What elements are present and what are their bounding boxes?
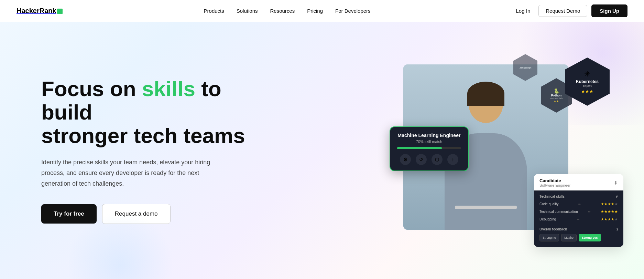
- python-stars: ★★: [554, 100, 559, 103]
- ml-progress-bar: [397, 147, 461, 149]
- skills-expand-icon: ∨: [615, 195, 618, 198]
- ml-progress-fill: [397, 147, 442, 149]
- skill-row-tech-comm: Technical communication ✏ ★★★★★: [539, 209, 618, 214]
- hero-buttons: Try for free Request a demo: [41, 204, 254, 224]
- skill-stars-debugging: ★★★★★: [601, 217, 618, 221]
- ml-card-match: 70% skill match: [397, 140, 461, 144]
- skill-stars-tech-comm: ★★★★★: [601, 209, 618, 214]
- skill-row-code-quality: Code quality ✏ ★★★★★: [539, 202, 618, 206]
- logo-icon: [57, 9, 63, 14]
- ml-icon-4: ↑: [447, 154, 458, 165]
- hero-title-highlight: skills: [142, 77, 195, 101]
- download-icon[interactable]: ⬇: [614, 180, 618, 186]
- ml-icon-3: ⬡: [432, 154, 443, 165]
- python-icon: 🐍: [554, 88, 559, 94]
- nav-for-developers[interactable]: For Developers: [335, 8, 371, 14]
- python-name: Python: [551, 94, 562, 97]
- kubernetes-name: Kubernetes: [576, 79, 599, 84]
- request-demo-hero-button[interactable]: Request a demo: [102, 204, 171, 224]
- feedback-title: Overall feedback ℹ: [539, 227, 618, 231]
- nav-links: Products Solutions Resources Pricing For…: [204, 8, 371, 14]
- skill-edit-icon-1: ✏: [578, 203, 581, 206]
- hero-right: Javascript 🐍 Python Intermediate ★★ ✳ Ku…: [390, 51, 616, 250]
- feedback-section: Overall feedback ℹ Strong no Maybe Stron…: [539, 225, 618, 243]
- signup-button[interactable]: Sign Up: [591, 4, 627, 17]
- login-button[interactable]: Log In: [512, 5, 535, 17]
- kubernetes-stars: ★★★: [576, 89, 599, 94]
- skill-row-debugging: Debugging ✏ ★★★★★: [539, 217, 618, 221]
- ml-icon-1: ⚙: [400, 154, 411, 165]
- logo[interactable]: HackerRank: [17, 7, 63, 15]
- feedback-info-icon: ℹ: [616, 227, 618, 231]
- feedback-strong-yes[interactable]: Strong yes: [579, 234, 601, 241]
- feedback-buttons: Strong no Maybe Strong yes: [539, 234, 618, 241]
- nav-resources[interactable]: Resources: [270, 8, 295, 14]
- skill-edit-icon-2: ✏: [588, 210, 591, 214]
- feedback-strong-no[interactable]: Strong no: [539, 234, 559, 241]
- feedback-maybe[interactable]: Maybe: [561, 234, 577, 241]
- nav-pricing[interactable]: Pricing: [307, 8, 323, 14]
- candidate-panel: Candidate Software Engineer ⬇ Technical …: [534, 174, 623, 247]
- hero-subtitle: Identify the precise skills your team ne…: [41, 157, 220, 189]
- skills-section-title: Technical skills ∨: [539, 195, 618, 198]
- skill-name-tech-comm: Technical communication: [539, 210, 578, 214]
- try-free-button[interactable]: Try for free: [41, 204, 97, 224]
- candidate-info: Candidate Software Engineer: [539, 178, 571, 187]
- kubernetes-icon: ✳: [576, 70, 599, 79]
- hero-title-part1: Focus on: [41, 77, 142, 101]
- kubernetes-badge-content: ✳ Kubernetes Expert ★★★: [576, 70, 599, 94]
- navbar: HackerRank Products Solutions Resources …: [0, 0, 644, 22]
- js-badge-name: Javascript: [520, 66, 532, 69]
- ml-card-title: Machine Learning Engineer: [397, 133, 461, 138]
- hero-left: Focus on skills to buildstronger tech te…: [41, 77, 254, 224]
- skill-stars-code-quality: ★★★★★: [601, 202, 618, 206]
- logo-text: HackerRank: [17, 7, 63, 14]
- ml-icon-2: ↺: [416, 154, 427, 165]
- ml-engineer-card: Machine Learning Engineer 70% skill matc…: [390, 126, 469, 171]
- nav-solutions[interactable]: Solutions: [237, 8, 258, 14]
- candidate-title: Candidate: [539, 178, 571, 183]
- skill-edit-icon-3: ✏: [577, 218, 580, 221]
- hero-section: Focus on skills to buildstronger tech te…: [0, 22, 644, 279]
- hero-title: Focus on skills to buildstronger tech te…: [41, 77, 254, 148]
- skill-name-debugging: Debugging: [539, 217, 556, 221]
- candidate-body: Technical skills ∨ Code quality ✏ ★★★★★ …: [534, 190, 623, 247]
- skill-name-code-quality: Code quality: [539, 202, 559, 206]
- ml-skill-icons: ⚙ ↺ ⬡ ↑: [397, 154, 461, 165]
- nav-products[interactable]: Products: [204, 8, 224, 14]
- python-level: Intermediate: [550, 97, 563, 100]
- request-demo-button[interactable]: Request Demo: [538, 5, 587, 17]
- kubernetes-level: Expert: [576, 84, 599, 87]
- candidate-role: Software Engineer: [539, 183, 571, 187]
- nav-actions: Log In Request Demo Sign Up: [512, 4, 627, 17]
- candidate-panel-header: Candidate Software Engineer ⬇: [534, 174, 623, 190]
